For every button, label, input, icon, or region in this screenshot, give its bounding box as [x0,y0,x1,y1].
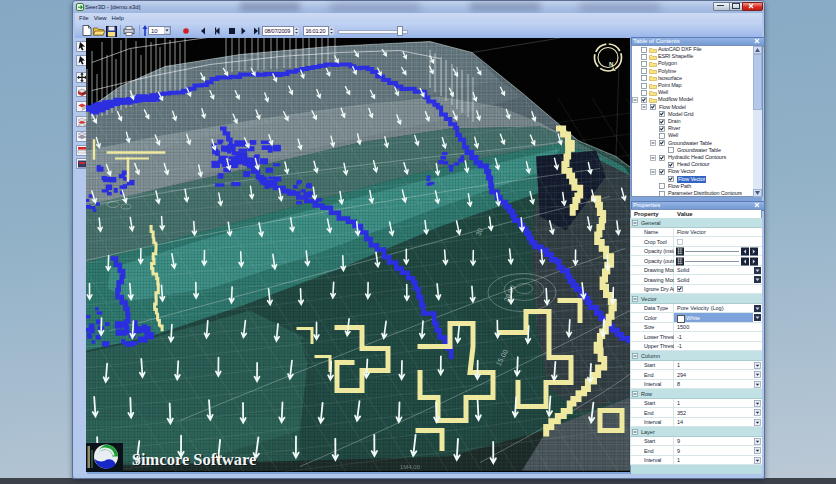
svg-text:Simcore Software: Simcore Software [132,449,256,468]
svg-text:N: N [609,61,613,67]
svg-text:1M4.00: 1M4.00 [400,463,421,469]
